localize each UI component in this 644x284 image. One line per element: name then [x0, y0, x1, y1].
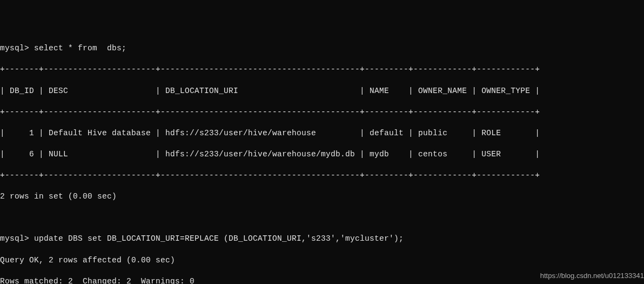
blank-1 [0, 213, 644, 223]
table1-row1: | 1 | Default Hive database | hdfs://s23… [0, 128, 644, 139]
watermark-text: https://blog.csdn.net/u012133341 [540, 271, 644, 281]
table1-header: | DB_ID | DESC | DB_LOCATION_URI | NAME … [0, 86, 644, 97]
table1-sep-mid: +-------+-----------------------+-------… [0, 107, 644, 118]
table1-sep-bot: +-------+-----------------------+-------… [0, 170, 644, 181]
update1-prompt: mysql> update DBS set DB_LOCATION_URI=RE… [0, 234, 644, 245]
table1-sep-top: +-------+-----------------------+-------… [0, 64, 644, 75]
table1-row2: | 6 | NULL | hdfs://s233/user/hive/wareh… [0, 149, 644, 160]
query1-prompt: mysql> select * from dbs; [0, 43, 644, 54]
table1-footer: 2 rows in set (0.00 sec) [0, 191, 644, 202]
update1-result1: Query OK, 2 rows affected (0.00 sec) [0, 255, 644, 266]
